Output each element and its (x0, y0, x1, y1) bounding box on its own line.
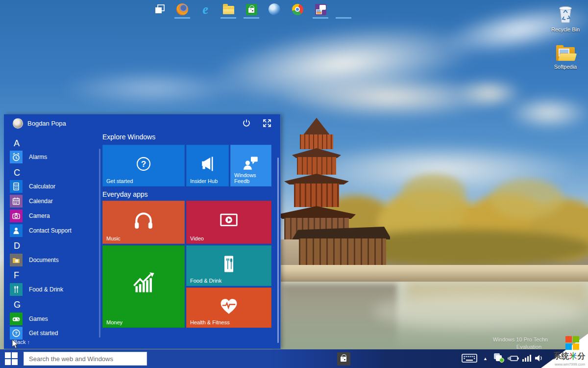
open-app-indicator (313, 17, 328, 19)
desktop-screen: Recycle Bin Softpedia Windows 10 Pro Tec… (0, 0, 588, 368)
watermark-line1: Windows 10 Pro Techn (493, 337, 548, 342)
expand-icon[interactable] (263, 119, 271, 128)
search-input[interactable] (24, 352, 147, 365)
volume-icon[interactable] (535, 354, 543, 362)
status-icon[interactable] (494, 353, 505, 363)
tile-windows-feedback[interactable]: Windows Feedb (230, 145, 271, 186)
start-button[interactable] (4, 352, 19, 365)
tile-insider-hub[interactable]: Insider Hub (186, 145, 229, 186)
open-app-indicator (220, 17, 236, 19)
start-app-camera[interactable]: Camera (10, 210, 98, 222)
tile-video[interactable]: Video (186, 201, 271, 244)
power-icon[interactable] (242, 119, 251, 128)
start-app-documents[interactable]: Documents (10, 254, 98, 266)
windows-store-icon (337, 352, 350, 366)
desktop-icon-recycle-bin[interactable]: Recycle Bin (550, 4, 581, 32)
tile-label: Windows Feedb (234, 172, 271, 184)
start-app-alarms[interactable]: Alarms (10, 151, 98, 163)
letter-header-g[interactable]: G (14, 300, 21, 310)
letter-header-c[interactable]: C (14, 168, 20, 178)
brand-prefix: 系统 (553, 352, 569, 360)
letter-header-f[interactable]: F (14, 270, 19, 281)
start-app-get-started[interactable]: ? Get started (10, 327, 98, 340)
start-app-contact-support[interactable]: Contact Support (10, 224, 98, 237)
svg-text:?: ? (141, 159, 147, 169)
user-account[interactable]: Bogdan Popa (13, 118, 66, 129)
taskbar-store-green[interactable] (245, 2, 258, 16)
letter-header-a[interactable]: A (14, 138, 20, 149)
desktop-icon-softpedia[interactable]: Softpedia (550, 47, 581, 70)
user-name: Bogdan Popa (27, 120, 66, 127)
app-list-scrollbar[interactable] (99, 149, 100, 338)
tile-group-title: Explore Windows (102, 133, 155, 141)
question-circle-icon: ? (132, 153, 155, 175)
camera-icon (11, 210, 22, 221)
photos-icon (315, 4, 326, 15)
gamepad-icon (11, 314, 22, 324)
finance-chart-icon (127, 267, 160, 299)
up-arrow-icon: ↑ (27, 339, 30, 345)
app-label: Documents (29, 257, 59, 263)
start-app-games[interactable]: Games (10, 313, 98, 325)
fork-spoon-icon (217, 252, 241, 276)
video-player-icon (216, 208, 242, 233)
person-icon (11, 225, 22, 236)
tile-label: Music (106, 236, 121, 241)
taskbar-file-explorer[interactable] (221, 2, 235, 16)
app-label: Games (29, 315, 48, 322)
tree (490, 179, 564, 218)
start-app-calculator[interactable]: Calculator (10, 180, 98, 193)
recycle-bin-icon (557, 4, 574, 24)
taskbar-windows-store[interactable] (337, 352, 350, 366)
tile-label: Food & Drink (190, 278, 221, 284)
heartbeat-icon (217, 294, 241, 318)
brand-suffix: 分 (578, 352, 586, 360)
tile-music[interactable]: Music (102, 201, 185, 244)
task-view-icon (154, 3, 166, 15)
show-hidden-icons-chevron[interactable]: ▲ (483, 356, 488, 361)
cloud (59, 69, 245, 108)
network-signal-icon[interactable] (522, 354, 532, 362)
start-app-food-drink[interactable]: Food & Drink (10, 283, 98, 296)
open-app-indicator (336, 17, 351, 19)
app-label: Calendar (29, 198, 53, 205)
brand-logo-text: 系统米分 (553, 351, 586, 362)
tile-label: Get started (106, 178, 133, 184)
tile-get-started[interactable]: ? Get started (102, 145, 185, 186)
tree (402, 174, 466, 211)
windows-logo-icon (5, 352, 18, 365)
tile-health-fitness[interactable]: Health & Fitness (186, 288, 271, 328)
folder-icon (556, 47, 575, 61)
letter-header-d[interactable]: D (14, 241, 20, 251)
avatar (13, 118, 23, 129)
brand-mi: 米 (569, 352, 578, 360)
status-squares-icon (494, 353, 505, 363)
calculator-icon (11, 181, 22, 192)
firefox-icon (176, 3, 188, 15)
app-label: Calculator (29, 183, 55, 190)
taskbar-internet-explorer[interactable]: e (198, 2, 212, 16)
taskbar-firefox[interactable] (175, 2, 189, 16)
headphones-icon (131, 208, 156, 233)
taskbar-search[interactable] (24, 352, 147, 366)
start-app-calendar[interactable]: Calendar (10, 195, 98, 208)
task-view-button[interactable] (153, 2, 167, 16)
taskbar-photos[interactable] (314, 2, 327, 16)
start-menu: Bogdan Popa A Alarms C Calculator (4, 114, 281, 349)
app-label: Contact Support (29, 227, 72, 234)
app-label: Alarms (29, 154, 47, 160)
desktop-icon-label: Softpedia (550, 64, 581, 70)
tile-money[interactable]: Money (102, 245, 185, 328)
chrome-icon (292, 4, 303, 15)
app-label: Camera (29, 212, 50, 219)
taskbar-chrome[interactable] (291, 2, 304, 16)
tiles-scrollbar[interactable] (277, 158, 279, 343)
tile-food-drink[interactable]: Food & Drink (186, 245, 271, 286)
thunderbird-icon (269, 3, 280, 15)
tile-label: Money (106, 319, 122, 325)
power-battery-icon[interactable] (508, 355, 519, 362)
touch-keyboard-icon[interactable] (462, 354, 477, 363)
calendar-icon (11, 196, 22, 207)
tile-label: Video (190, 236, 204, 241)
taskbar-thunderbird[interactable] (268, 2, 281, 16)
